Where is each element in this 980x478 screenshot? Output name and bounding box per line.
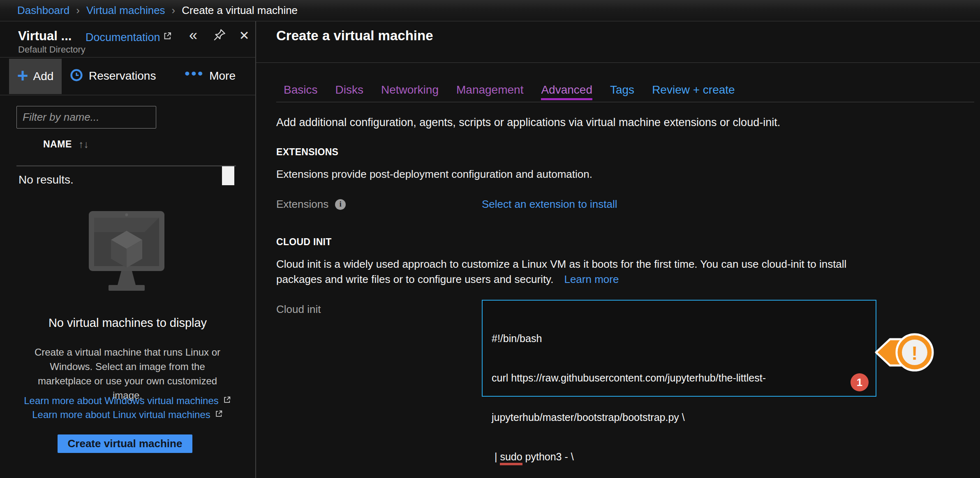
external-link-icon <box>223 395 231 407</box>
blade-toolbar: + Add Reservations ••• More <box>0 57 255 95</box>
spellcheck-underlined-word: sudo <box>500 451 522 465</box>
extensions-field-label: Extensions i <box>276 198 346 211</box>
blade-title: Virtual ... <box>18 29 72 44</box>
blade-header: Virtual ... Documentation « ✕ Default Di… <box>0 21 255 57</box>
page-title: Create a virtual machine <box>276 28 433 44</box>
empty-state-description: Create a virtual machine that runs Linux… <box>25 345 230 402</box>
cloud-init-description: Cloud init is a widely used approach to … <box>276 257 846 287</box>
name-column-header[interactable]: NAME ↑↓ <box>43 138 89 150</box>
extensions-description: Extensions provide post-deployment confi… <box>276 168 592 181</box>
monitor-illustration <box>86 211 168 310</box>
external-link-icon <box>163 31 172 42</box>
cloud-init-section-heading: CLOUD INIT <box>276 237 332 248</box>
list-divider <box>16 165 236 166</box>
create-vm-blade: Create a virtual machine Basics Disks Ne… <box>255 21 980 478</box>
learn-linux-label: Learn more about Linux virtual machines <box>32 409 210 421</box>
add-button[interactable]: + Add <box>9 59 62 94</box>
breadcrumb: Dashboard › Virtual machines › Create a … <box>0 0 980 21</box>
tab-basics[interactable]: Basics <box>284 84 317 100</box>
azure-portal-page: Dashboard › Virtual machines › Create a … <box>0 0 980 478</box>
tabs-divider <box>276 102 974 102</box>
extensions-label-text: Extensions <box>276 198 328 211</box>
code-line: | sudo python3 - \ <box>492 450 867 463</box>
empty-state-heading: No virtual machines to display <box>0 316 255 330</box>
more-button-label: More <box>209 69 236 83</box>
name-column-label: NAME <box>43 139 72 150</box>
tab-management[interactable]: Management <box>456 84 523 100</box>
reservations-button-label: Reservations <box>89 69 156 83</box>
warning-cursor-annotation: ! <box>874 327 940 379</box>
pin-blade-button[interactable] <box>210 26 229 44</box>
breadcrumb-separator: › <box>172 4 176 17</box>
breadcrumb-separator: › <box>76 4 80 17</box>
ellipsis-icon: ••• <box>185 65 204 81</box>
more-button[interactable]: ••• More <box>185 57 236 94</box>
tab-review-create[interactable]: Review + create <box>652 84 735 100</box>
tab-networking[interactable]: Networking <box>381 84 439 100</box>
code-segment: | <box>492 451 500 462</box>
external-link-icon <box>215 409 223 421</box>
cloud-init-description-line2: packages and write files or to configure… <box>276 273 553 285</box>
collapse-blade-button[interactable]: « <box>184 26 202 44</box>
sort-arrows-icon: ↑↓ <box>79 138 89 150</box>
learn-windows-label: Learn more about Windows virtual machine… <box>24 395 219 407</box>
close-blade-button[interactable]: ✕ <box>235 26 253 44</box>
virtual-machines-blade: Virtual ... Documentation « ✕ Default Di… <box>0 21 255 478</box>
info-icon[interactable]: i <box>335 199 346 210</box>
pin-icon <box>213 28 227 43</box>
code-line: #!/bin/bash <box>492 332 867 345</box>
directory-name: Default Directory <box>18 44 86 55</box>
wizard-tabs: Basics Disks Networking Management Advan… <box>284 84 735 100</box>
exclamation-icon: ! <box>911 342 918 364</box>
add-button-label: Add <box>33 70 54 83</box>
breadcrumb-virtual-machines[interactable]: Virtual machines <box>86 4 165 17</box>
header-divider <box>256 62 980 63</box>
create-virtual-machine-button[interactable]: Create virtual machine <box>58 434 192 453</box>
tab-disks[interactable]: Disks <box>335 84 363 100</box>
breadcrumb-current-page: Create a virtual machine <box>182 4 298 17</box>
annotation-badge-1: 1 <box>851 373 869 391</box>
learn-linux-link[interactable]: Learn more about Linux virtual machines <box>0 409 255 421</box>
select-extension-link[interactable]: Select an extension to install <box>482 198 617 211</box>
breadcrumb-dashboard[interactable]: Dashboard <box>17 4 69 17</box>
close-icon: ✕ <box>239 28 249 43</box>
tab-tags[interactable]: Tags <box>610 84 634 100</box>
tab-advanced[interactable]: Advanced <box>541 84 592 100</box>
scrollbar-thumb[interactable] <box>222 166 234 185</box>
code-segment: python3 - \ <box>522 451 574 462</box>
no-results-text: No results. <box>18 173 74 186</box>
cloud-init-textarea[interactable]: #!/bin/bash curl https://raw.githubuserc… <box>482 300 876 397</box>
filter-by-name-input[interactable] <box>16 106 156 129</box>
cloud-init-description-line1: Cloud init is a widely used approach to … <box>276 258 846 270</box>
cloud-init-field-label: Cloud init <box>276 303 321 316</box>
clock-icon <box>70 69 89 83</box>
documentation-link[interactable]: Documentation <box>86 31 160 44</box>
plus-icon: + <box>17 67 28 84</box>
advanced-tab-description: Add additional configuration, agents, sc… <box>276 116 780 129</box>
reservations-button[interactable]: Reservations <box>70 57 156 94</box>
learn-windows-link[interactable]: Learn more about Windows virtual machine… <box>0 395 255 407</box>
learn-more-link[interactable]: Learn more <box>564 273 619 285</box>
collapse-icon: « <box>189 28 197 43</box>
code-line: curl https://raw.githubusercontent.com/j… <box>492 371 867 384</box>
extensions-section-heading: EXTENSIONS <box>276 147 338 158</box>
code-line: jupyterhub/master/bootstrap/bootstrap.py… <box>492 411 867 424</box>
